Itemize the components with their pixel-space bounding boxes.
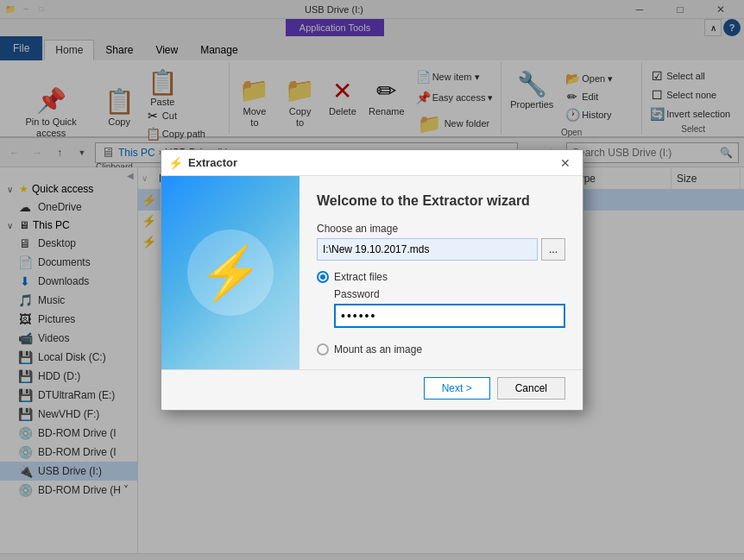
password-label: Password xyxy=(334,288,565,300)
modal-title-bar: ⚡ Extractor ✕ xyxy=(161,150,583,176)
logo-circle: ⚡ xyxy=(187,230,274,316)
logo-bolt-icon: ⚡ xyxy=(199,242,263,304)
choose-image-section: Choose an image ... xyxy=(317,223,565,261)
extractor-modal: ⚡ Extractor ✕ ⚡ Welcome to the Extractor… xyxy=(161,149,583,411)
modal-extractor-logo: ⚡ xyxy=(187,230,274,316)
choose-image-label: Choose an image xyxy=(317,223,565,235)
mount-option[interactable]: Mount as an image xyxy=(317,343,565,356)
browse-button[interactable]: ... xyxy=(541,238,565,261)
password-section: Password xyxy=(334,288,565,328)
modal-title-icon: ⚡ xyxy=(168,156,183,170)
choose-image-row: ... xyxy=(317,238,565,261)
mount-radio[interactable] xyxy=(317,343,329,356)
modal-form: Welcome to the Extractor wizard Choose a… xyxy=(299,176,583,369)
modal-body: ⚡ Welcome to the Extractor wizard Choose… xyxy=(161,176,583,369)
image-path-input[interactable] xyxy=(317,238,538,261)
next-button[interactable]: Next > xyxy=(424,377,490,400)
modal-title-text: Extractor xyxy=(188,156,550,169)
modal-footer: Next > Cancel xyxy=(161,369,583,410)
extract-files-label: Extract files xyxy=(334,271,388,283)
radio-group: Extract files Password Mount as an ima xyxy=(317,271,565,356)
extract-files-radio[interactable] xyxy=(317,271,329,283)
extract-files-option[interactable]: Extract files xyxy=(317,271,565,283)
modal-close-button[interactable]: ✕ xyxy=(555,153,576,173)
password-input[interactable] xyxy=(334,304,565,328)
extract-files-section: Extract files Password xyxy=(317,271,565,328)
modal-left-panel: ⚡ xyxy=(161,176,299,369)
modal-overlay: ⚡ Extractor ✕ ⚡ Welcome to the Extractor… xyxy=(0,0,744,560)
modal-heading: Welcome to the Extractor wizard xyxy=(317,193,565,209)
cancel-button[interactable]: Cancel xyxy=(497,377,565,400)
mount-label: Mount as an image xyxy=(334,343,422,356)
